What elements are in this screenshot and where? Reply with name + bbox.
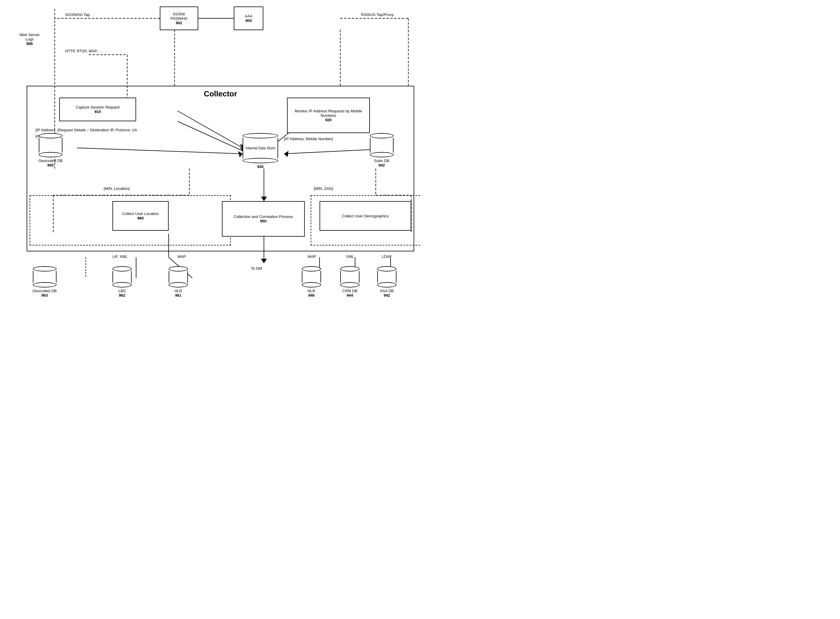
- geocoded-db-bot-cylinder: Geocoded DB 963: [33, 266, 57, 298]
- to-dm-label: To DM: [251, 266, 262, 271]
- monitor-ip-box: Monitor IP Address Requests by Mobile Nu…: [287, 97, 370, 133]
- svg-marker-20: [261, 259, 267, 263]
- crm-db-cylinder: CRM DB 944: [340, 266, 359, 298]
- collect-location-label: Collect User Location: [122, 211, 159, 216]
- collector-title: Collector: [204, 89, 237, 99]
- capture-session-num: 910: [94, 109, 101, 114]
- min-location-label: {MIN, Location}: [103, 186, 130, 191]
- aaa-top-num: 904: [245, 18, 252, 23]
- ggsn-tap-label: GGSN/HA Tap: [65, 12, 90, 17]
- capture-session-box: Capture Session Request 910: [59, 97, 136, 121]
- ggsn-box: GGSN/ PDSN/HA 902: [160, 6, 198, 30]
- ggsn-label: GGSN/ PDSN/HA: [171, 12, 187, 21]
- hlr-bot-cylinder: HLR 961: [169, 266, 188, 298]
- monitor-ip-num: 920: [325, 118, 332, 122]
- collection-corr-label: Collection and Correlation Process: [234, 214, 293, 219]
- collection-corr-num: 950: [260, 219, 267, 223]
- xml-right-label: XML: [346, 254, 354, 259]
- map-right-label: MAP: [308, 254, 316, 259]
- map-bot-label: MAP: [178, 254, 186, 259]
- internal-store-num: 930: [257, 164, 264, 169]
- geocoded-db-top-cylinder: Geocoded DB 965: [39, 133, 63, 167]
- lbs-cylinder: LBS 962: [112, 266, 132, 298]
- aaa-top-label: AAA: [245, 14, 252, 18]
- ggsn-num: 902: [176, 21, 182, 25]
- internal-store-cylinder: Internal Data Store 930: [243, 133, 278, 169]
- internal-store-label: Internal Data Store: [244, 145, 277, 151]
- min-zag-label: {MIN, ZAG}: [314, 186, 333, 191]
- collect-location-box: Collect User Location 960: [112, 201, 169, 231]
- web-server-label: Web Server Logs 906: [9, 33, 50, 46]
- subs-db-cylinder: Subs DB 942: [370, 133, 394, 167]
- ldap-right-label: LDAP: [382, 254, 392, 259]
- diagram-container: GGSN/ PDSN/HA 902 AAA 904 GGSN/HA Tap RA…: [0, 0, 420, 310]
- radius-tap-label: RADIUS Tap/Proxy: [361, 12, 394, 17]
- capture-session-label: Capture Session Request: [76, 105, 120, 109]
- collect-location-num: 960: [137, 216, 144, 220]
- hlr-right-cylinder: HLR 946: [302, 266, 321, 298]
- aaa-db-cylinder: AAA DB 942: [377, 266, 397, 298]
- collect-demo-box: Collect User Demographics: [320, 201, 411, 231]
- collection-corr-box: Collection and Correlation Process 950: [222, 201, 305, 236]
- aaa-top-box: AAA 904: [234, 6, 264, 30]
- ip-mobile-label: [IP Address, Mobile Number]: [284, 136, 349, 142]
- monitor-ip-label: Monitor IP Address Requests by Mobile Nu…: [290, 109, 366, 118]
- collect-demo-label: Collect User Demographics: [342, 214, 389, 218]
- http-rtsp-label: HTTP, RTSP, WAP, …: [65, 49, 103, 53]
- lif-xml-label: LIF, XML: [112, 254, 127, 259]
